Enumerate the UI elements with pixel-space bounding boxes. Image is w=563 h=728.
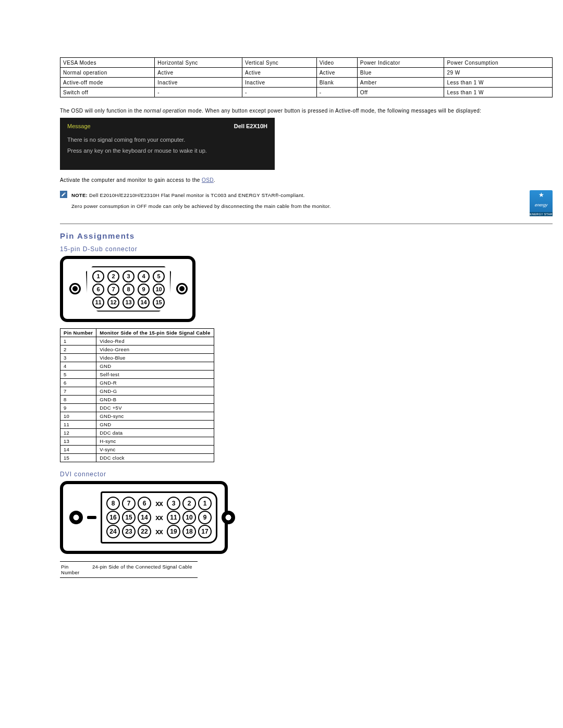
connector-pin: 24 xyxy=(106,525,120,538)
pin-assignments-heading: Pin Assignments xyxy=(60,231,553,240)
connector-pin: 23 xyxy=(122,525,136,538)
screw-icon xyxy=(176,283,188,294)
osd-line-2: Press any key on the keyboard or mouse t… xyxy=(67,145,267,156)
dvi-ground-blade xyxy=(87,516,96,519)
table-row: 11GND xyxy=(60,420,214,428)
table-row: 6GND-R xyxy=(60,378,214,387)
connector-pin: 22 xyxy=(138,525,151,538)
pin-gap: xx xyxy=(153,499,165,508)
connector-pin: 15 xyxy=(122,511,136,524)
connector-pin: 13 xyxy=(123,297,134,309)
osd-model-label: Dell E2X10H xyxy=(234,123,267,129)
dvi-heading: DVI connector xyxy=(60,471,553,478)
connector-pin: 10 xyxy=(153,283,165,295)
dvi-pin-table-header: Pin Number 24-pin Side of the Connected … xyxy=(60,561,198,578)
table-row: Switch off---OffLess than 1 W xyxy=(60,88,553,97)
connector-pin: 11 xyxy=(92,297,104,309)
table-header: Power Consumption xyxy=(444,58,553,68)
activate-text: Activate the computer and monitor to gai… xyxy=(60,177,553,183)
osd-line-1: There is no signal coming from your comp… xyxy=(67,134,267,145)
connector-pin: 1 xyxy=(92,270,104,282)
connector-pin: 1 xyxy=(198,497,212,510)
divider xyxy=(60,224,553,224)
connector-pin: 2 xyxy=(107,270,119,282)
vesa-modes-table: VESA ModesHorizontal SyncVertical SyncVi… xyxy=(60,57,553,97)
connector-pin: 16 xyxy=(106,511,120,524)
note-text: NOTE: Dell E2010H/E2210H/E2310H Flat Pan… xyxy=(71,190,331,212)
connector-pin: 6 xyxy=(138,497,151,510)
connector-pin: 18 xyxy=(182,525,196,538)
table-header: VESA Modes xyxy=(60,58,155,68)
table-header: Video xyxy=(316,58,357,68)
table-row: 8GND-B xyxy=(60,395,214,403)
table-row: 10GND-sync xyxy=(60,412,214,420)
connector-pin: 8 xyxy=(123,283,134,295)
dsub-connector-diagram: 123456789101112131415 xyxy=(60,256,195,322)
table-header: Horizontal Sync xyxy=(155,58,242,68)
connector-pin: 4 xyxy=(138,270,150,282)
osd-message-label: Message xyxy=(67,123,91,129)
connector-pin: 5 xyxy=(153,270,165,282)
table-row: 13H-sync xyxy=(60,437,214,445)
connector-pin: 3 xyxy=(167,497,180,510)
table-row: Normal operationActiveActiveActiveBlue29… xyxy=(60,68,553,78)
connector-pin: 15 xyxy=(153,297,165,309)
connector-pin: 19 xyxy=(167,525,180,538)
energy-star-logo: ★ energy ENERGY STAR xyxy=(530,190,553,216)
connector-pin: 2 xyxy=(182,497,196,510)
screw-icon xyxy=(222,511,235,524)
table-row: 12DDC data xyxy=(60,428,214,437)
osd-intro-text: The OSD will only function in the normal… xyxy=(60,108,553,114)
connector-pin: 12 xyxy=(107,297,119,309)
table-row: Active-off modeInactiveInactiveBlankAmbe… xyxy=(60,78,553,88)
connector-pin: 14 xyxy=(138,511,151,524)
note-icon xyxy=(60,191,67,198)
connector-pin: 10 xyxy=(182,511,196,524)
table-row: 5Self-test xyxy=(60,370,214,378)
pin-gap: xx xyxy=(153,527,165,536)
osd-message-box: Message Dell E2X10H There is no signal c… xyxy=(60,118,275,170)
screw-icon xyxy=(69,283,81,294)
connector-pin: 9 xyxy=(138,283,150,295)
screw-icon xyxy=(69,511,83,524)
connector-pin: 6 xyxy=(92,283,104,295)
table-header: Power Indicator xyxy=(357,58,444,68)
dsub-pin-table: Pin NumberMonitor Side of the 15-pin Sid… xyxy=(60,328,214,462)
table-row: 4GND xyxy=(60,362,214,370)
table-row: 14V-sync xyxy=(60,445,214,453)
connector-pin: 9 xyxy=(198,511,212,524)
pin-gap: xx xyxy=(153,513,165,522)
table-row: 9DDC +5V xyxy=(60,403,214,412)
dsub-heading: 15-pin D-Sub connector xyxy=(60,245,553,253)
table-row: 3Video-Blue xyxy=(60,353,214,362)
table-row: 2Video-Green xyxy=(60,345,214,353)
osd-link[interactable]: OSD xyxy=(202,177,214,183)
connector-pin: 17 xyxy=(198,525,212,538)
dvi-connector-diagram: 876xx321161514xx11109242322xx191817 xyxy=(60,481,228,554)
table-row: 15DDC clock xyxy=(60,453,214,462)
connector-pin: 7 xyxy=(122,497,136,510)
connector-pin: 7 xyxy=(107,283,119,295)
connector-pin: 8 xyxy=(106,497,120,510)
table-row: 1Video-Red xyxy=(60,337,214,345)
connector-pin: 11 xyxy=(167,511,180,524)
table-row: 7GND-G xyxy=(60,387,214,395)
table-header: Vertical Sync xyxy=(242,58,317,68)
connector-pin: 3 xyxy=(123,270,134,282)
connector-pin: 14 xyxy=(138,297,150,309)
